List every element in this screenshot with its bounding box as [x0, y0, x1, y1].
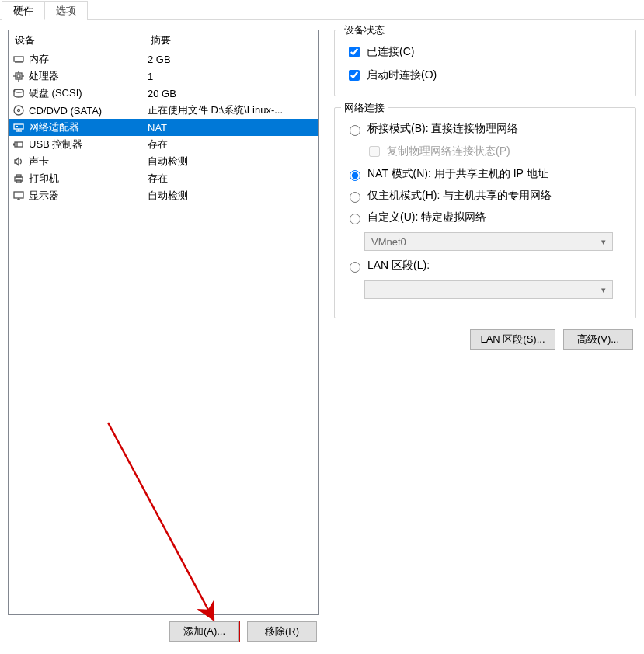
connected-checkbox[interactable]	[349, 47, 360, 57]
connect-on-start-label: 启动时连接(O)	[367, 68, 437, 82]
cpu-icon	[12, 70, 26, 82]
bridged-radio-input[interactable]	[350, 125, 360, 136]
svg-rect-15	[14, 124, 23, 129]
network-legend: 网络连接	[341, 101, 388, 115]
device-row-label: 声卡	[29, 155, 148, 169]
device-row-label: 网络适配器	[29, 120, 148, 134]
device-row-summary: 20 GB	[148, 88, 315, 99]
device-row[interactable]: CD/DVD (SATA)正在使用文件 D:\系统\Linux-...	[9, 102, 318, 119]
display-icon	[12, 190, 26, 202]
device-status-legend: 设备状态	[341, 23, 388, 37]
svg-rect-20	[13, 144, 15, 146]
device-row-summary: 存在	[148, 137, 315, 151]
network-icon	[12, 121, 26, 134]
device-row-summary: 2 GB	[148, 54, 315, 65]
bridged-radio[interactable]: 桥接模式(B): 直接连接物理网络	[346, 122, 625, 136]
lan-segment-radio[interactable]: LAN 区段(L):	[346, 259, 625, 273]
hostonly-label: 仅主机模式(H): 与主机共享的专用网络	[367, 189, 552, 203]
hostonly-radio[interactable]: 仅主机模式(H): 与主机共享的专用网络	[346, 189, 625, 203]
svg-rect-19	[15, 142, 23, 147]
lan-segments-button[interactable]: LAN 区段(S)...	[470, 329, 555, 350]
nat-radio[interactable]: NAT 模式(N): 用于共享主机的 IP 地址	[346, 167, 625, 181]
device-row-label: 硬盘 (SCSI)	[29, 86, 148, 100]
cd-icon	[12, 104, 26, 117]
replicate-check: 复制物理网络连接状态(P)	[366, 144, 625, 159]
device-status-group: 设备状态 已连接(C) 启动时连接(O)	[334, 30, 636, 96]
device-row-label: 打印机	[29, 172, 148, 186]
lan-segment-label: LAN 区段(L):	[367, 259, 430, 273]
svg-rect-0	[14, 57, 23, 61]
device-row[interactable]: USB 控制器存在	[9, 136, 318, 153]
svg-point-13	[14, 106, 23, 115]
nat-radio-input[interactable]	[350, 170, 360, 181]
device-row-summary: NAT	[148, 122, 315, 134]
bridged-label: 桥接模式(B): 直接连接物理网络	[367, 122, 518, 136]
svg-rect-7	[17, 75, 20, 78]
connected-check[interactable]: 已连接(C)	[346, 44, 625, 60]
memory-icon	[12, 53, 26, 65]
replicate-checkbox	[369, 146, 380, 157]
header-summary: 摘要	[151, 33, 312, 47]
tabs-bar: 硬件 选项	[0, 0, 644, 20]
device-row[interactable]: 处理器1	[9, 68, 318, 85]
replicate-label: 复制物理网络连接状态(P)	[387, 144, 510, 158]
device-row-label: 显示器	[29, 189, 148, 203]
device-row[interactable]: 声卡自动检测	[9, 153, 318, 170]
device-row[interactable]: 硬盘 (SCSI)20 GB	[9, 85, 318, 102]
sound-icon	[12, 155, 26, 168]
connect-on-start-check[interactable]: 启动时连接(O)	[346, 68, 625, 83]
device-row-summary: 自动检测	[148, 155, 315, 169]
nat-label: NAT 模式(N): 用于共享主机的 IP 地址	[367, 167, 548, 181]
custom-network-value: VMnet0	[371, 236, 406, 248]
svg-rect-23	[16, 175, 21, 177]
hostonly-radio-input[interactable]	[350, 192, 360, 203]
custom-radio-input[interactable]	[350, 214, 360, 224]
lan-segment-select: ▾	[364, 280, 613, 299]
svg-rect-6	[16, 73, 22, 79]
network-group: 网络连接 桥接模式(B): 直接连接物理网络 复制物理网络连接状态(P) NAT…	[334, 107, 636, 318]
chevron-down-icon: ▾	[601, 285, 606, 295]
printer-icon	[12, 172, 26, 185]
device-row[interactable]: 打印机存在	[9, 170, 318, 187]
tab-options[interactable]: 选项	[44, 1, 88, 20]
custom-network-select: VMnet0 ▾	[364, 232, 613, 251]
tab-hardware[interactable]: 硬件	[2, 1, 45, 20]
disk-icon	[12, 87, 26, 99]
custom-label: 自定义(U): 特定虚拟网络	[367, 210, 486, 224]
lan-segment-radio-input[interactable]	[350, 262, 360, 273]
device-list[interactable]: 设备 摘要 内存2 GB处理器1硬盘 (SCSI)20 GBCD/DVD (SA…	[8, 30, 319, 615]
device-row-summary: 1	[148, 71, 315, 82]
device-row[interactable]: 网络适配器NAT	[9, 119, 318, 136]
device-row-summary: 正在使用文件 D:\系统\Linux-...	[148, 103, 315, 117]
device-row[interactable]: 内存2 GB	[9, 50, 318, 68]
device-row-label: USB 控制器	[29, 137, 148, 151]
device-row-label: 处理器	[29, 69, 148, 83]
device-row-label: 内存	[29, 52, 148, 66]
usb-icon	[12, 138, 26, 151]
chevron-down-icon: ▾	[601, 237, 606, 247]
device-row[interactable]: 显示器自动检测	[9, 187, 318, 204]
svg-point-14	[18, 110, 20, 112]
device-row-summary: 自动检测	[148, 189, 315, 203]
connect-on-start-checkbox[interactable]	[349, 70, 360, 81]
advanced-button[interactable]: 高级(V)...	[563, 329, 633, 350]
add-button[interactable]: 添加(A)...	[169, 621, 239, 642]
device-list-header: 设备 摘要	[9, 30, 318, 50]
custom-radio[interactable]: 自定义(U): 特定虚拟网络	[346, 210, 625, 224]
connected-label: 已连接(C)	[367, 45, 414, 59]
svg-rect-25	[14, 192, 23, 198]
svg-rect-16	[16, 126, 18, 127]
svg-point-12	[14, 89, 23, 92]
device-row-summary: 存在	[148, 172, 315, 186]
device-row-label: CD/DVD (SATA)	[29, 105, 148, 117]
remove-button[interactable]: 移除(R)	[247, 621, 317, 642]
header-device: 设备	[15, 33, 151, 47]
